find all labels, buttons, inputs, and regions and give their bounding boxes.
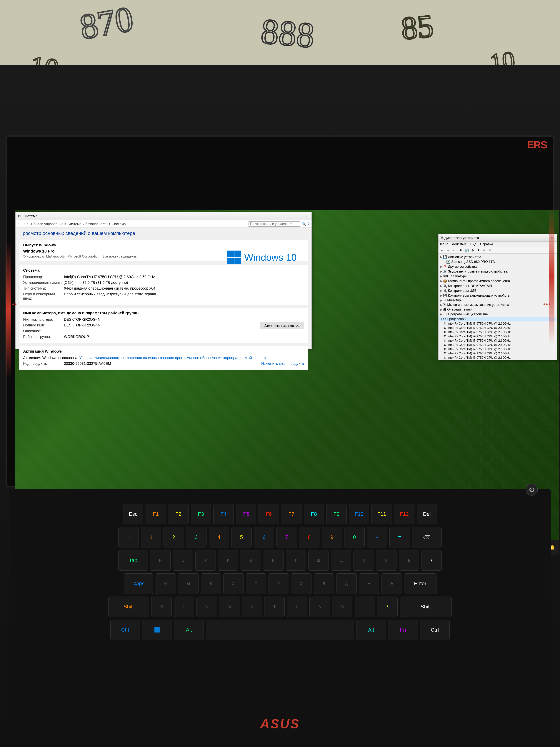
search-icon[interactable]: 🔍 [302, 222, 306, 226]
minimize-button[interactable]: ─ [288, 213, 295, 218]
key-rbracket[interactable]: Ъ [399, 550, 419, 571]
key-equals[interactable]: = [390, 527, 410, 547]
dm-menu-file[interactable]: Файл [440, 242, 448, 246]
key-j[interactable]: О [291, 573, 312, 594]
dm-software-devices[interactable]: ▶ 📋 Программные устройства [439, 312, 556, 317]
dm-disk-devices[interactable]: ▶ 💾 Дисковые устройства [439, 255, 556, 259]
key-n[interactable]: Т [264, 597, 285, 617]
key-del[interactable]: Del [417, 504, 437, 524]
back-icon[interactable]: ← [18, 222, 21, 226]
key-f11[interactable]: F11 [372, 504, 392, 524]
dm-other-devices[interactable]: ▶ ❓ Другие устройства [439, 264, 556, 269]
device-manager-window[interactable]: 🖥 Диспетчер устройств ─ □ ✕ Файл Действи… [438, 234, 557, 360]
key-t[interactable]: Е [241, 550, 261, 571]
key-f3[interactable]: F3 [191, 504, 211, 524]
change-parameters-button[interactable]: Изменить параметры [260, 322, 304, 329]
dm-disable-icon[interactable]: ⊘ [481, 248, 487, 253]
key-comma[interactable]: Б [310, 597, 330, 617]
key-z[interactable]: Я [151, 597, 172, 617]
key-s[interactable]: Ы [178, 573, 198, 594]
key-l[interactable]: Д [336, 573, 357, 594]
dm-cpu-4[interactable]: ⚙Intel(R) Core(TM) i7-9750H CPU @ 2.60GH… [443, 334, 556, 338]
dm-cpu-9[interactable]: ⚙Intel(R) Core(TM) i7-9750H CPU @ 2.60GH… [443, 356, 556, 360]
key-r[interactable]: К [218, 550, 238, 571]
dm-maximize-button[interactable]: □ [542, 235, 548, 240]
up-icon[interactable]: ↑ [27, 222, 29, 226]
key-quote[interactable]: Э [381, 573, 402, 594]
key-tilde[interactable]: ~ [118, 527, 139, 547]
key-7[interactable]: 7 [276, 527, 297, 547]
key-f7[interactable]: F7 [281, 504, 301, 524]
key-f10[interactable]: F10 [349, 504, 369, 524]
dm-keyboards[interactable]: ▶ ⌨ Клавиатуры [439, 274, 556, 279]
system-info-window[interactable]: 🖥 Система ─ □ ✕ ← → ↑ Панели управления … [16, 212, 312, 349]
key-space[interactable] [206, 620, 354, 640]
key-5[interactable]: 5 [231, 527, 252, 547]
dm-storage-controllers[interactable]: ▶ 💾 Контроллеры запоминающих устройств [439, 293, 556, 298]
dm-software-components[interactable]: ▶ 📦 Компоненты программного обеспечения [439, 279, 556, 283]
key-g[interactable]: П [246, 573, 266, 594]
dm-back-button[interactable]: ← [439, 248, 445, 253]
key-enter[interactable]: Enter [404, 573, 436, 594]
dm-audio-devices[interactable]: ▶ 🔊 Звуковые, игровые и видеоустройства [439, 269, 556, 274]
key-fn[interactable]: Fn [388, 620, 418, 640]
key-e[interactable]: У [195, 550, 216, 571]
maximize-button[interactable]: □ [296, 213, 302, 218]
dm-cpu-5[interactable]: ⚙Intel(R) Core(TM) i7-9750H CPU @ 2.60GH… [443, 338, 556, 343]
key-0[interactable]: 0 [344, 527, 365, 547]
key-w[interactable]: Ц [173, 550, 193, 571]
dm-menu-action[interactable]: Действие [452, 242, 466, 246]
key-k[interactable]: Л [314, 573, 334, 594]
key-lbracket[interactable]: Х [376, 550, 397, 571]
key-tab[interactable]: Tab [118, 550, 148, 571]
dm-monitors[interactable]: ▶ 🖥 Мониторы [439, 298, 556, 303]
power-button[interactable]: ⏻ [526, 484, 538, 496]
key-p[interactable]: З [353, 550, 374, 571]
key-f8[interactable]: F8 [304, 504, 324, 524]
dm-scan-icon[interactable]: 🔄 [464, 248, 470, 253]
key-6[interactable]: 6 [254, 527, 274, 547]
key-period[interactable]: Ю [332, 597, 352, 617]
dm-cpu-3[interactable]: ⚙Intel(R) Core(TM) i7-9750H CPU @ 2.60GH… [443, 330, 556, 334]
key-f6[interactable]: F6 [259, 504, 279, 524]
dm-update-icon[interactable]: ⬆ [476, 248, 481, 253]
key-q[interactable]: Й [150, 550, 170, 571]
dm-cpu-8[interactable]: ⚙Intel(R) Core(TM) i7-9750H CPU @ 2.60GH… [443, 351, 556, 356]
key-b[interactable]: И [242, 597, 262, 617]
key-1[interactable]: 1 [141, 527, 161, 547]
key-ctrl-right[interactable]: Ctrl [420, 620, 450, 640]
dm-cpu-1[interactable]: ⚙Intel(R) Core(TM) i7-9750H CPU @ 2.60GH… [443, 321, 556, 326]
key-f1[interactable]: F1 [145, 504, 166, 524]
key-8[interactable]: 8 [299, 527, 319, 547]
key-4[interactable]: 4 [209, 527, 229, 547]
key-o[interactable]: Щ [331, 550, 351, 571]
key-y[interactable]: Н [263, 550, 284, 571]
key-win[interactable] [142, 620, 172, 640]
key-f9[interactable]: F9 [326, 504, 347, 524]
address-bar[interactable]: ← → ↑ Панели управления > Система и безо… [16, 220, 312, 228]
dm-mice[interactable]: ▶ 🖱 Мыши и иные указывающие устройства [439, 303, 556, 307]
key-9[interactable]: 9 [322, 527, 342, 547]
key-i[interactable]: Ш [308, 550, 329, 571]
dm-properties-icon[interactable]: ⚙ [470, 248, 475, 253]
license-link[interactable]: Условия лицензионного соглашения на испо… [79, 356, 266, 360]
forward-icon[interactable]: → [22, 222, 26, 226]
key-ctrl-left[interactable]: Ctrl [110, 620, 140, 640]
key-u[interactable]: Г [286, 550, 306, 571]
dm-cpu-2[interactable]: ⚙Intel(R) Core(TM) i7-9750H CPU @ 2.60GH… [443, 326, 556, 330]
key-slash[interactable]: . [355, 597, 375, 617]
key-3[interactable]: 3 [186, 527, 207, 547]
key-c[interactable]: С [196, 597, 217, 617]
dm-print-queues[interactable]: ▶ 🖨 Очереди печати [439, 307, 556, 312]
dm-menu-view[interactable]: Вид [470, 242, 476, 246]
key-m[interactable]: Ь [287, 597, 307, 617]
key-f4[interactable]: F4 [213, 504, 234, 524]
dm-forward-button[interactable]: → [445, 248, 450, 253]
key-f[interactable]: А [223, 573, 244, 594]
key-backslash[interactable]: \ [421, 550, 442, 571]
key-2[interactable]: 2 [163, 527, 184, 547]
dm-processors[interactable]: ▼ ⚙ Процессоры [439, 317, 556, 321]
help-icon[interactable]: ? [308, 222, 310, 226]
key-v[interactable]: М [219, 597, 239, 617]
key-f12[interactable]: F12 [394, 504, 415, 524]
